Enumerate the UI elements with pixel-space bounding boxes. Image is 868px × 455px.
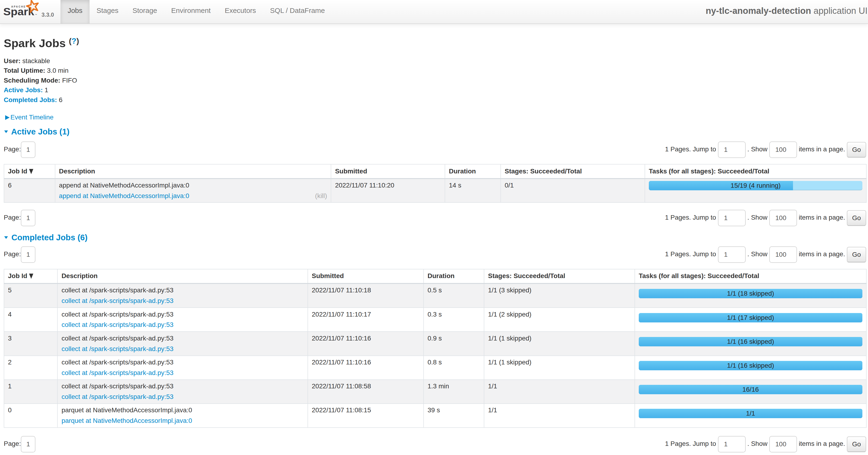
svg-text:™: ™ [35, 14, 37, 16]
